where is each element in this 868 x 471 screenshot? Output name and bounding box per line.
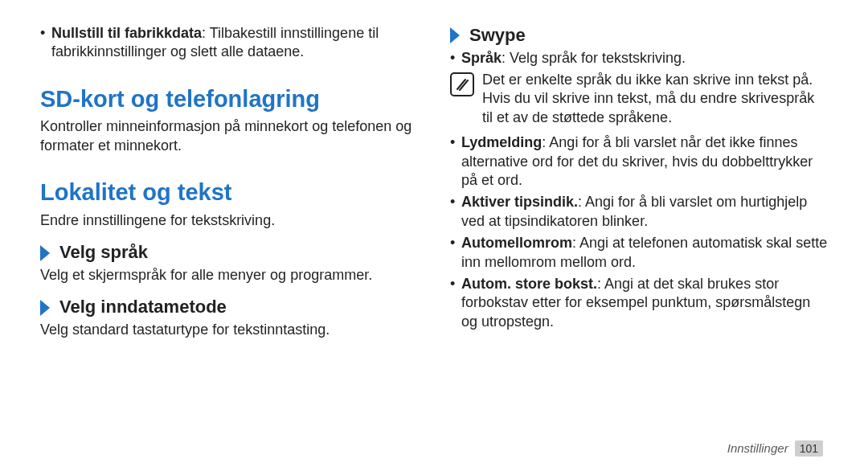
bullet-auto-spacing: • Automellomrom: Angi at telefonen autom… (450, 234, 828, 272)
select-language-description: Velg et skjermspråk for alle menyer og p… (40, 266, 418, 285)
swype-language-label: Språk (461, 50, 502, 66)
tip-indicator-label: Aktiver tipsindik. (461, 194, 578, 210)
swype-title: Swype (469, 24, 526, 47)
chevron-right-icon (450, 27, 463, 43)
bullet-swype-language: • Språk: Velg språk for tekstskriving. (450, 49, 828, 68)
bullet-tip-indicator: • Aktiver tipsindik.: Angi for å bli var… (450, 193, 828, 231)
select-input-method-description: Velg standard tastaturtype for tekstinnt… (40, 321, 418, 339)
left-column: • Nullstill til fabrikkdata: Tilbakestil… (40, 24, 418, 455)
factory-reset-label: Nullstill til fabrikkdata (51, 25, 202, 41)
select-input-method-title: Velg inndatametode (59, 296, 227, 319)
bullet-dot: • (450, 133, 461, 190)
bullet-body: Autom. store bokst.: Angi at det skal br… (461, 275, 828, 331)
right-column: Swype • Språk: Velg språk for tekstskriv… (450, 24, 828, 455)
note-language-support: Det er enkelte språk du ikke kan skrive … (450, 71, 828, 127)
subheading-select-language: Velg språk (40, 241, 418, 264)
subheading-swype: Swype (450, 24, 828, 47)
swype-language-text: : Velg språk for tekstskriving. (502, 50, 686, 66)
footer-section-label: Innstillinger (727, 440, 788, 457)
heading-sd-storage: SD-kort og telefonlagring (40, 84, 418, 115)
footer-page-number: 101 (795, 440, 823, 457)
auto-capitalize-label: Autom. store bokst. (461, 276, 597, 292)
svg-marker-0 (40, 245, 50, 261)
bullet-factory-reset: • Nullstill til fabrikkdata: Tilbakestil… (40, 24, 418, 62)
bullet-body: Lydmelding: Angi for å bli varslet når d… (461, 133, 828, 190)
bullet-dot: • (40, 24, 51, 62)
bullet-audio-feedback: • Lydmelding: Angi for å bli varslet når… (450, 133, 828, 190)
note-body: Det er enkelte språk du ikke kan skrive … (482, 71, 828, 127)
note-icon (450, 72, 474, 96)
bullet-dot: • (450, 234, 461, 272)
svg-marker-1 (40, 300, 50, 316)
bullet-dot: • (450, 275, 461, 331)
bullet-dot: • (450, 193, 461, 231)
bullet-body: Nullstill til fabrikkdata: Tilbakestill … (51, 24, 418, 62)
auto-spacing-label: Automellomrom (461, 235, 572, 251)
chevron-right-icon (40, 245, 53, 261)
audio-feedback-label: Lydmelding (461, 134, 542, 150)
bullet-body: Språk: Velg språk for tekstskriving. (461, 49, 828, 68)
subheading-select-input-method: Velg inndatametode (40, 296, 418, 319)
heading-locale-text: Lokalitet og tekst (40, 178, 418, 208)
bullet-body: Aktiver tipsindik.: Angi for å bli varsl… (461, 193, 828, 231)
bullet-auto-capitalize: • Autom. store bokst.: Angi at det skal … (450, 275, 828, 331)
bullet-dot: • (450, 49, 461, 68)
locale-text-description: Endre innstillingene for tekstskriving. (40, 211, 418, 230)
chevron-right-icon (40, 300, 53, 316)
bullet-body: Automellomrom: Angi at telefonen automat… (461, 234, 828, 272)
sd-storage-description: Kontroller minneinformasjon på minnekort… (40, 117, 418, 155)
page-footer: Innstillinger 101 (727, 440, 823, 457)
select-language-title: Velg språk (59, 241, 148, 264)
svg-marker-2 (450, 27, 460, 43)
